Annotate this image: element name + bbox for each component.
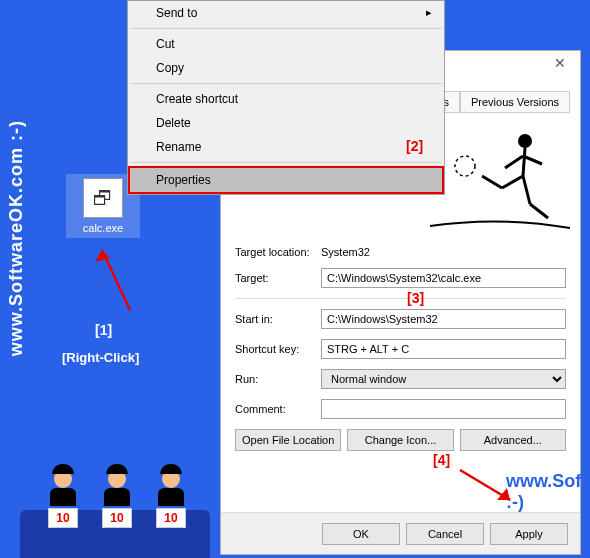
properties-form: Target location: System32 Target: Start …	[235, 246, 566, 451]
arrow-4-icon	[455, 462, 525, 512]
menu-cut[interactable]: Cut	[128, 32, 444, 56]
separator	[235, 298, 566, 299]
soccer-player-illustration	[430, 126, 570, 236]
annotation-1: [1]	[95, 322, 112, 338]
menu-rename[interactable]: Rename	[128, 135, 444, 159]
svg-line-8	[530, 204, 548, 218]
menu-send-to[interactable]: Send to	[128, 1, 444, 25]
svg-line-5	[502, 176, 523, 188]
cancel-button[interactable]: Cancel	[406, 523, 484, 545]
menu-properties[interactable]: Properties	[128, 166, 444, 194]
target-location-value: System32	[321, 246, 566, 258]
svg-line-2	[523, 148, 525, 176]
menu-copy[interactable]: Copy	[128, 56, 444, 80]
menu-create-shortcut[interactable]: Create shortcut	[128, 87, 444, 111]
context-menu: Send to Cut Copy Create shortcut Delete …	[127, 0, 445, 195]
menu-delete[interactable]: Delete	[128, 111, 444, 135]
run-select[interactable]: Normal window	[321, 369, 566, 389]
apply-button[interactable]: Apply	[490, 523, 568, 545]
annotation-4: [4]	[433, 452, 450, 468]
startin-input[interactable]	[321, 309, 566, 329]
run-label: Run:	[235, 373, 321, 385]
comment-input[interactable]	[321, 399, 566, 419]
change-icon-button[interactable]: Change Icon...	[347, 429, 453, 451]
svg-line-4	[523, 156, 542, 164]
desktop-icon-label: calc.exe	[70, 222, 136, 234]
advanced-button[interactable]: Advanced...	[460, 429, 566, 451]
shortcut-key-label: Shortcut key:	[235, 343, 321, 355]
svg-line-7	[523, 176, 530, 204]
dialog-footer: OK Cancel Apply	[221, 512, 580, 554]
judges-illustration: 10 10 10	[20, 458, 210, 558]
menu-separator	[130, 28, 442, 29]
annotation-2: [2]	[406, 138, 423, 154]
ok-button[interactable]: OK	[322, 523, 400, 545]
calc-icon: 🗗	[83, 178, 123, 218]
menu-separator	[130, 162, 442, 163]
comment-label: Comment:	[235, 403, 321, 415]
watermark-left: www.SoftwareOK.com :-)	[6, 120, 27, 356]
tab-previous-versions[interactable]: Previous Versions	[460, 91, 570, 113]
target-label: Target:	[235, 272, 321, 284]
arrow-1-icon	[90, 240, 140, 320]
startin-label: Start in:	[235, 313, 321, 325]
svg-point-0	[455, 156, 475, 176]
svg-line-3	[505, 156, 523, 168]
target-input[interactable]	[321, 268, 566, 288]
annotation-3: [3]	[407, 290, 424, 306]
target-location-label: Target location:	[235, 246, 321, 258]
shortcut-key-input[interactable]	[321, 339, 566, 359]
annotation-right-click: [Right-Click]	[62, 350, 139, 365]
svg-point-1	[518, 134, 532, 148]
close-button[interactable]: ✕	[540, 51, 580, 79]
svg-line-6	[482, 176, 502, 188]
open-file-location-button[interactable]: Open File Location	[235, 429, 341, 451]
menu-separator	[130, 83, 442, 84]
